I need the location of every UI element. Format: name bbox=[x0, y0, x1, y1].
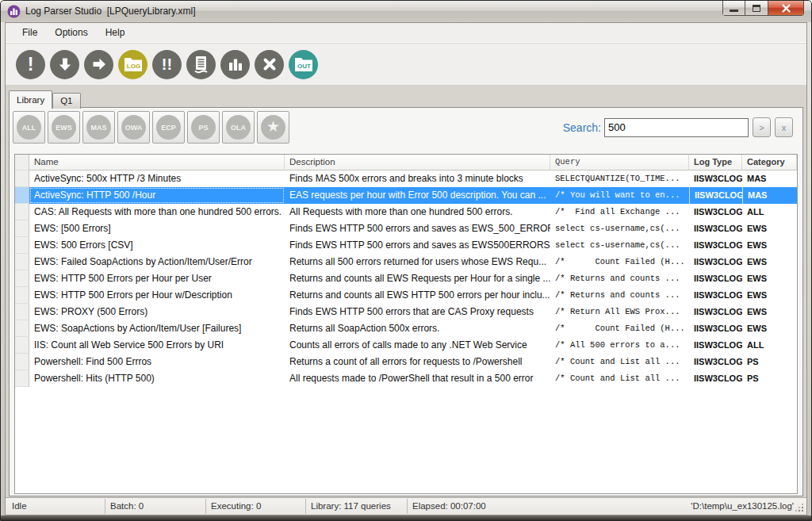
cell-query: /* All 500 errors to a... bbox=[550, 337, 689, 354]
cell-query: /* Return All EWS Prox... bbox=[550, 304, 689, 320]
table-row[interactable]: IIS: Count all Web Service 500 Errors by… bbox=[15, 337, 797, 354]
row-selector[interactable] bbox=[15, 370, 29, 387]
row-selector[interactable] bbox=[15, 287, 29, 304]
search-label: Search: bbox=[563, 121, 601, 134]
menu-options[interactable]: Options bbox=[46, 24, 96, 41]
menu-help[interactable]: Help bbox=[97, 24, 134, 41]
status-separator bbox=[105, 499, 105, 514]
filter-favorites-button[interactable]: ★ bbox=[257, 111, 289, 144]
cell-description: Returns and counts all EWS HTTP 500 erro… bbox=[285, 287, 550, 304]
row-selector[interactable] bbox=[15, 170, 29, 187]
search-clear-button[interactable]: x bbox=[775, 117, 793, 137]
table-row[interactable]: EWS: PROXY (500 Errors) Finds EWS HTTP 5… bbox=[15, 304, 797, 320]
status-bar: Idle Batch: 0 Executing: 0 Library: 117 … bbox=[6, 497, 806, 515]
filter-ps-label: PS bbox=[191, 115, 216, 140]
header-row-selector bbox=[15, 155, 29, 170]
header-log-type[interactable]: Log Type bbox=[689, 155, 742, 170]
cell-log-type: IISW3CLOG bbox=[689, 337, 742, 354]
run-multiple-queries-button[interactable]: !! bbox=[152, 50, 182, 79]
choose-log-files-button[interactable]: LOG bbox=[118, 50, 147, 79]
row-selector[interactable] bbox=[15, 337, 29, 354]
row-selector[interactable] bbox=[15, 354, 29, 370]
table-row[interactable]: EWS: HTTP 500 Errors per Hour w/Descript… bbox=[15, 287, 797, 304]
cell-category: EWS bbox=[742, 237, 797, 254]
status-state: Idle bbox=[12, 501, 27, 511]
row-selector[interactable] bbox=[15, 270, 29, 287]
row-selector[interactable] bbox=[15, 187, 29, 204]
toolbar: ! LOG !! bbox=[6, 44, 806, 85]
filter-ps-button[interactable]: PS bbox=[187, 111, 220, 144]
row-selector[interactable] bbox=[15, 320, 29, 337]
header-query[interactable]: Query bbox=[550, 155, 689, 170]
library-panel: ALL EWS MAS OWA ECP PS OLA ★ Search: > x… bbox=[9, 107, 803, 496]
filter-ola-button[interactable]: OLA bbox=[222, 111, 255, 144]
table-row-selected[interactable]: ActiveSync: HTTP 500 /Hour EAS requests … bbox=[15, 187, 797, 204]
row-selector[interactable] bbox=[15, 220, 29, 237]
status-separator bbox=[407, 499, 408, 514]
cell-query: SELECTQUANTIZE(TO_TIME... bbox=[550, 170, 689, 187]
cell-query: /* You will want to en... bbox=[550, 187, 689, 204]
filter-ews-button[interactable]: EWS bbox=[48, 111, 80, 144]
cell-query: /* Count Failed (H... bbox=[550, 320, 689, 337]
search-input[interactable] bbox=[604, 118, 749, 137]
filter-all-button[interactable]: ALL bbox=[13, 111, 45, 144]
filter-ola-label: OLA bbox=[226, 115, 251, 140]
download-query-button[interactable] bbox=[50, 50, 79, 79]
table-row[interactable]: ActiveSync: 500x HTTP /3 Minutes Finds M… bbox=[15, 170, 797, 187]
row-selector[interactable] bbox=[15, 254, 29, 270]
header-category[interactable]: Category bbox=[742, 155, 797, 170]
search-go-button[interactable]: > bbox=[753, 117, 771, 137]
output-folder-button[interactable]: OUT bbox=[289, 50, 318, 79]
close-button[interactable] bbox=[768, 1, 804, 16]
cell-log-type: IISW3CLOG bbox=[689, 170, 742, 187]
tab-q1[interactable]: Q1 bbox=[52, 93, 80, 109]
filter-owa-button[interactable]: OWA bbox=[117, 111, 150, 144]
title-bar[interactable]: Log Parser Studio [LPQueryLibrary.xml] bbox=[1, 1, 811, 22]
cell-log-type: IISW3CLOG bbox=[689, 237, 742, 254]
run-single-query-button[interactable]: ! bbox=[16, 50, 45, 79]
row-selector[interactable] bbox=[15, 304, 29, 320]
cell-query: /* Count and List all ... bbox=[550, 370, 689, 387]
cell-query: /* Count Failed (H... bbox=[550, 254, 689, 270]
table-row[interactable]: CAS: All Requests with more than one hun… bbox=[15, 204, 797, 220]
resize-grip-icon[interactable] bbox=[802, 510, 803, 511]
chart-button[interactable] bbox=[220, 50, 250, 79]
status-log-file: 'D:\temp\u_ex130125.log' bbox=[691, 501, 794, 511]
row-selector[interactable] bbox=[15, 237, 29, 254]
filter-mas-button[interactable]: MAS bbox=[82, 111, 115, 144]
cell-log-type: IISW3CLOG bbox=[689, 320, 742, 337]
cell-description: All requests made to /PowerShell that re… bbox=[285, 370, 550, 387]
filter-ecp-button[interactable]: ECP bbox=[152, 111, 185, 144]
svg-text:OUT: OUT bbox=[297, 63, 311, 70]
table-row[interactable]: EWS: [500 Errors] Finds EWS HTTP 500 err… bbox=[15, 220, 797, 237]
query-document-button[interactable] bbox=[186, 50, 216, 79]
double-exclamation-icon: !! bbox=[162, 56, 172, 72]
table-row[interactable]: Powershell: Find 500 Errros Returns a co… bbox=[15, 354, 797, 370]
row-selector[interactable] bbox=[15, 204, 29, 220]
header-description[interactable]: Description bbox=[285, 155, 550, 170]
maximize-icon bbox=[753, 5, 760, 12]
table-row[interactable]: EWS: SoapActions by Action/Item/User [Fa… bbox=[15, 320, 797, 337]
table-row[interactable]: EWS: HTTP 500 Errors per Hour per User R… bbox=[15, 270, 797, 287]
table-row[interactable]: EWS: 500 Errors [CSV] Finds EWS HTTP 500… bbox=[15, 237, 797, 254]
table-row[interactable]: EWS: Failed SoapActions by Action/Item/U… bbox=[15, 254, 797, 270]
status-executing: Executing: 0 bbox=[211, 501, 261, 511]
svg-text:LOG: LOG bbox=[126, 63, 140, 70]
cell-log-type: IISW3CLOG bbox=[689, 187, 742, 204]
table-row[interactable]: Powershell: Hits (HTTP 500) All requests… bbox=[15, 370, 797, 387]
arrow-right-icon bbox=[91, 56, 107, 72]
cell-description: Returns all SoapAction 500x errors. bbox=[285, 320, 550, 337]
header-name[interactable]: Name bbox=[29, 155, 285, 170]
cell-description: Finds EWS HTTP 500 errors and saves as E… bbox=[285, 220, 550, 237]
tab-library[interactable]: Library bbox=[9, 90, 52, 109]
status-separator bbox=[305, 499, 306, 514]
cell-category: MAS bbox=[742, 187, 797, 204]
maximize-button[interactable] bbox=[745, 1, 768, 16]
cell-category: ALL bbox=[742, 337, 797, 354]
minimize-button[interactable] bbox=[722, 1, 745, 16]
execute-button[interactable] bbox=[84, 50, 113, 79]
cancel-button[interactable] bbox=[255, 50, 284, 79]
cell-name: EWS: Failed SoapActions by Action/Item/U… bbox=[29, 254, 285, 270]
menu-file[interactable]: File bbox=[13, 24, 46, 41]
cell-description: Returns all 500 errors returned for user… bbox=[285, 254, 550, 270]
